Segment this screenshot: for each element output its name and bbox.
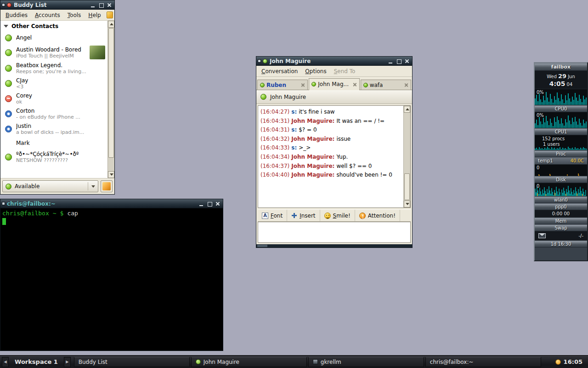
chat-scrollbar[interactable] xyxy=(403,106,410,207)
terminal-titlebar[interactable]: chris@failbox:~ xyxy=(0,199,223,208)
workspace-prev-button[interactable]: ◀ xyxy=(2,357,9,367)
net-chart[interactable]: 0 xyxy=(535,183,587,196)
scroll-down-icon[interactable] xyxy=(108,171,114,178)
mem-label[interactable]: Mem xyxy=(535,218,587,224)
font-button[interactable]: A Font xyxy=(258,210,287,221)
workspace-next-button[interactable]: ▶ xyxy=(64,357,71,367)
menu-item[interactable]: Accounts xyxy=(31,11,64,20)
buddy-texts: CJay <3 xyxy=(16,77,28,90)
gkrellm-clock[interactable]: Wed29Jun 4:0504 xyxy=(535,71,587,89)
ppp0-label[interactable]: ppp0 xyxy=(535,203,587,210)
contact-group-header[interactable]: Other Contacts xyxy=(0,21,107,31)
conversation-titlebar[interactable]: John Maguire xyxy=(256,57,412,66)
gkrellm-monitor: failbox Wed29Jun 4:0504 0% CPU0 0% CPU1 … xyxy=(534,62,588,261)
buddy-list-item[interactable]: CJay <3 xyxy=(0,76,107,91)
buddy-list-scrollbar[interactable] xyxy=(107,21,114,178)
attention-button[interactable]: Attention! xyxy=(355,210,400,221)
scrollbar-thumb[interactable] xyxy=(108,28,114,158)
buddy-list-item[interactable]: Justin a bowl of dicks -- ipad.im... xyxy=(0,121,107,137)
terminal-content[interactable]: chris@failbox~$cap xyxy=(0,208,223,351)
maximize-icon[interactable] xyxy=(206,201,213,207)
chevron-down-icon[interactable] xyxy=(91,185,95,188)
buddy-name: CJay xyxy=(16,77,28,84)
insert-button[interactable]: Insert xyxy=(287,210,320,221)
proc-label[interactable]: Proc xyxy=(535,150,587,157)
window-resize-bar[interactable] xyxy=(256,244,412,247)
scroll-down-icon[interactable] xyxy=(404,201,410,207)
close-icon[interactable] xyxy=(404,58,410,64)
window-menu-icon[interactable] xyxy=(2,4,5,6)
tab-close-icon[interactable] xyxy=(353,82,357,86)
menu-item[interactable]: Send To xyxy=(330,67,359,76)
cpu0-chart[interactable]: 0% xyxy=(535,89,587,105)
buddy-list-item[interactable]: Beatbox Legend. Reeps one; you're a livi… xyxy=(0,61,107,76)
scroll-up-icon[interactable] xyxy=(108,21,114,28)
swap-label[interactable]: Swap xyxy=(535,224,587,231)
sensor-panel[interactable]: temp1 40.0C xyxy=(535,157,587,165)
message-sender: s: xyxy=(291,109,297,115)
cpu0-label[interactable]: CPU0 xyxy=(535,105,587,112)
buddy-icon-button[interactable] xyxy=(101,180,113,192)
menu-item[interactable]: Buddies xyxy=(2,11,31,20)
conversation-tab[interactable]: wafa xyxy=(361,80,411,90)
buddy-list-menubar: Buddies Accounts Tools Help xyxy=(0,10,114,21)
message-sender: s: xyxy=(291,126,297,133)
buddy-list-item[interactable]: Angel xyxy=(0,31,107,44)
buddy-list-item[interactable]: Austin Woodard - Bored iPod Touch || Bee… xyxy=(0,44,107,61)
buddy-status-message: Reeps one; you're a living... xyxy=(16,69,86,75)
menu-item[interactable]: Options xyxy=(301,67,330,76)
group-expander-icon[interactable] xyxy=(4,25,8,28)
message-input[interactable] xyxy=(258,222,411,243)
disk-chart[interactable]: 0 xyxy=(535,165,587,176)
scrollbar-thumb[interactable] xyxy=(404,173,410,200)
smile-button[interactable]: Smile! xyxy=(320,210,355,221)
buddy-texts: ºð•~*ÇóçkáTríçè*~•ðº NETSHOW ????????? xyxy=(16,151,79,163)
cpu1-label[interactable]: CPU1 xyxy=(535,128,587,135)
window-menu-icon[interactable] xyxy=(258,60,260,62)
mail-panel[interactable]: -/- xyxy=(535,231,587,241)
buddy-list-item[interactable]: Corey ok xyxy=(0,91,107,106)
conversation-tab[interactable]: John Mag... xyxy=(309,78,359,90)
taskbar-task-button[interactable]: John Maguire xyxy=(191,357,307,367)
taskbar-task-button[interactable]: gkrellm xyxy=(308,357,424,367)
tab-label: wafa xyxy=(370,82,402,88)
smiley-icon xyxy=(324,213,331,219)
notification-icon[interactable] xyxy=(107,12,113,18)
close-icon[interactable] xyxy=(215,201,221,207)
ppp-timer[interactable]: 0:00 00 xyxy=(535,210,587,218)
disk-graph xyxy=(535,165,587,176)
minimize-icon[interactable] xyxy=(90,2,96,8)
scroll-up-icon[interactable] xyxy=(404,106,410,113)
taskbar-task-button[interactable]: chris@failbox:~ xyxy=(425,357,541,367)
maximize-icon[interactable] xyxy=(396,58,402,64)
tab-status-icon xyxy=(363,83,368,87)
menu-item[interactable]: Tools xyxy=(64,11,85,20)
wlan0-label[interactable]: wlan0 xyxy=(535,196,587,203)
minimize-icon[interactable] xyxy=(387,58,394,64)
conversation-tab[interactable]: Ruben xyxy=(257,80,308,90)
menu-item[interactable]: Help xyxy=(85,11,104,20)
tab-status-icon xyxy=(260,83,265,87)
buddy-list-titlebar[interactable]: Buddy List xyxy=(0,0,114,10)
taskbar-task-button[interactable]: Buddy List xyxy=(74,357,190,367)
task-label: gkrellm xyxy=(321,359,341,365)
buddy-list-item[interactable]: Corton - on eBuddy for iPhone ... xyxy=(0,106,107,121)
buddy-list-item[interactable]: Mark xyxy=(0,137,107,150)
buddy-list-item[interactable]: ºð•~*ÇóçkáTríçè*~•ðº NETSHOW ????????? xyxy=(0,150,107,165)
disk-label[interactable]: Disk xyxy=(535,176,587,183)
taskbar-clock: 16:05 xyxy=(552,358,586,365)
tab-close-icon[interactable] xyxy=(301,83,305,87)
proc-chart[interactable]: 152 procs 1 users xyxy=(535,135,587,150)
cpu1-chart[interactable]: 0% xyxy=(535,112,587,128)
gkrellm-hostname[interactable]: failbox xyxy=(535,63,587,71)
uptime-panel[interactable]: 1d 16:30 xyxy=(535,241,587,247)
minimize-icon[interactable] xyxy=(198,201,204,207)
close-icon[interactable] xyxy=(106,2,113,8)
mail-count: -/- xyxy=(578,233,583,238)
tab-close-icon[interactable] xyxy=(404,83,408,87)
status-selector[interactable]: Available xyxy=(2,180,98,192)
maximize-icon[interactable] xyxy=(98,2,104,8)
menu-item[interactable]: Conversation xyxy=(258,67,301,76)
message-text: $? = 0 xyxy=(299,126,317,133)
window-menu-icon[interactable] xyxy=(2,202,5,205)
